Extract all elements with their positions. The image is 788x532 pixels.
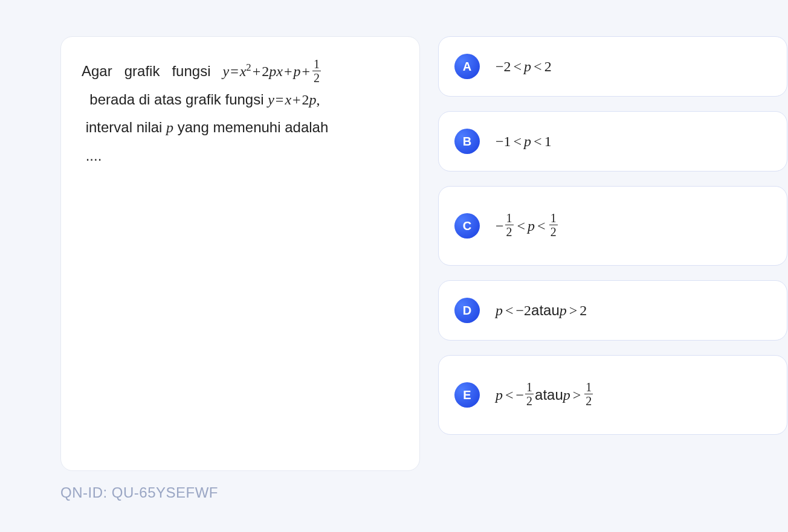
answer-option-c[interactable]: C − 12 < p < 12	[438, 186, 787, 266]
answer-option-e[interactable]: E p < − 12 atau p > 12	[438, 355, 787, 435]
answer-badge: C	[454, 213, 480, 239]
answer-badge: D	[454, 298, 480, 323]
fraction-icon: 12	[525, 381, 534, 407]
q-text-3: fungsi	[172, 63, 210, 79]
answer-option-a[interactable]: A −2 < p < 2	[438, 36, 787, 97]
answer-body: − 12 < p < 12	[496, 213, 559, 239]
fraction-icon: 12	[549, 212, 558, 238]
q-text-1: Agar	[82, 63, 112, 79]
fraction-icon: 12	[505, 212, 514, 238]
q-dots: ....	[86, 147, 102, 164]
question-id-label: QN-ID: QU-65YSEFWF	[60, 484, 218, 501]
question-layout: Agar grafik fungsi y=x2+2px+p+12 berada …	[60, 36, 788, 471]
answer-body: p < − 12 atau p > 12	[496, 382, 594, 408]
question-card: Agar grafik fungsi y=x2+2px+p+12 berada …	[60, 36, 420, 471]
q-equation-2: y=x+2p,	[268, 91, 320, 107]
answer-body: −2 < p < 2	[496, 59, 552, 75]
answer-option-b[interactable]: B −1 < p < 1	[438, 111, 787, 171]
answer-badge: B	[454, 129, 480, 154]
answer-badge: A	[454, 54, 480, 79]
answer-body: −1 < p < 1	[496, 133, 552, 150]
q-var-p: p	[166, 120, 173, 135]
question-text: Agar grafik fungsi y=x2+2px+p+12 berada …	[82, 63, 328, 164]
answer-badge: E	[454, 382, 480, 408]
fraction-icon: 12	[584, 381, 593, 407]
q-text-6: yang memenuhi adalah	[178, 119, 329, 135]
fraction-icon: 12	[312, 58, 321, 84]
q-equation-1: y=x2+2px+p+12	[222, 63, 322, 79]
answer-list: A −2 < p < 2 B −1 < p < 1 C − 12	[438, 36, 787, 435]
q-text-4: berada di atas grafik fungsi	[89, 91, 263, 107]
answer-body: p < −2 atau p > 2	[496, 302, 587, 319]
q-text-2: grafik	[124, 63, 160, 79]
q-text-5: interval nilai	[86, 119, 163, 135]
answer-option-d[interactable]: D p < −2 atau p > 2	[438, 280, 787, 341]
